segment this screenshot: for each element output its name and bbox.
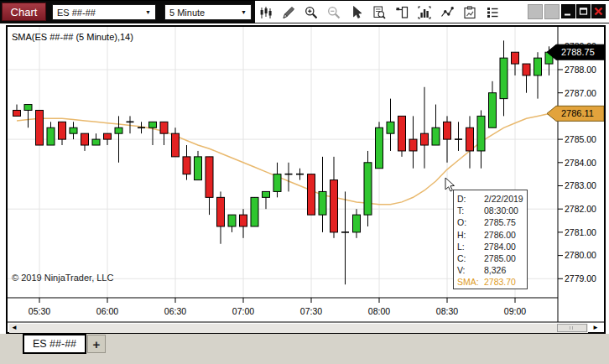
candle-body <box>160 122 168 133</box>
tooltip-row: V:8,326 <box>457 264 527 276</box>
candle-body <box>183 157 190 174</box>
app-title: Chart <box>2 3 46 21</box>
candle-body <box>228 215 236 226</box>
candle <box>195 151 202 180</box>
candle-body <box>319 191 326 215</box>
candle-body <box>81 133 89 145</box>
candle <box>183 145 190 180</box>
tooltip-row: O:2785.75 <box>457 216 527 228</box>
candle <box>353 209 361 238</box>
candle-body <box>70 127 77 133</box>
interval-dropdown[interactable]: 5 Minute ▼ <box>164 4 252 20</box>
tooltip-row-value: 2785.75 <box>484 216 527 228</box>
restore-button[interactable] <box>576 4 591 18</box>
chart-style-icon[interactable] <box>258 4 274 21</box>
candle <box>285 163 293 192</box>
candle-body <box>398 116 406 151</box>
horizontal-scrollbar-track[interactable] <box>9 324 588 333</box>
candle <box>263 191 270 209</box>
candle-body <box>409 139 417 151</box>
properties-icon[interactable] <box>484 4 501 21</box>
interval-value: 5 Minute <box>169 8 237 18</box>
tab-strip: ES ##-## + <box>0 334 609 364</box>
minimize-button[interactable] <box>561 4 575 18</box>
close-button[interactable] <box>591 4 606 18</box>
extra-button-1[interactable] <box>528 4 543 19</box>
chart-toolbar <box>258 3 501 22</box>
tooltip-row-value: 2783.70 <box>484 276 527 288</box>
candle <box>47 122 55 145</box>
candle-body <box>47 127 55 145</box>
candle <box>534 52 542 98</box>
zoom-out-icon[interactable] <box>325 4 342 21</box>
candle <box>489 81 497 127</box>
time-axis-label: 08:30 <box>436 306 458 316</box>
tooltip-row-label: O: <box>457 216 484 228</box>
candle-body <box>331 180 338 232</box>
svg-text:2788.75: 2788.75 <box>561 47 595 57</box>
candle <box>500 40 508 116</box>
time-axis-label: 08:00 <box>368 306 390 316</box>
indicator-label: SMA(ES ##-## (5 Minute),14) <box>12 32 133 42</box>
strategies-icon[interactable] <box>461 4 478 21</box>
chart-trader-icon[interactable] <box>393 4 410 21</box>
candle <box>217 191 225 243</box>
candle <box>160 122 168 145</box>
tooltip-row-value: 2786.00 <box>484 229 527 241</box>
candle-body <box>13 110 21 116</box>
cursor-icon[interactable] <box>348 4 365 21</box>
time-axis-label: 09:00 <box>504 306 526 316</box>
tooltip-row-label: H: <box>457 229 484 241</box>
copyright-text: © 2019 NinjaTrader, LLC <box>12 273 113 283</box>
indicators-icon[interactable] <box>439 4 455 21</box>
time-axis-label: 07:30 <box>300 306 322 316</box>
extra-button-2[interactable] <box>544 4 560 19</box>
candle-body <box>92 139 100 145</box>
candle-body <box>364 163 372 215</box>
tooltip-row-label: D: <box>457 193 484 205</box>
candle <box>104 133 112 145</box>
candle <box>240 209 247 238</box>
scrollbar-thumb[interactable] <box>557 324 587 332</box>
time-axis-label: 06:30 <box>164 306 186 316</box>
tooltip-row-label: T: <box>457 205 484 216</box>
zoom-in-icon[interactable] <box>303 4 320 21</box>
candle <box>70 122 77 139</box>
tab-instrument[interactable]: ES ##-## <box>23 334 86 354</box>
candle <box>92 133 100 145</box>
tooltip-row: C:2785.00 <box>457 252 527 264</box>
chart-frame: 2789.002788.002787.002786.002785.002784.… <box>6 25 606 334</box>
add-tab-button[interactable]: + <box>87 335 106 353</box>
candle-body <box>421 133 429 145</box>
instrument-dropdown[interactable]: ES ##-## ▼ <box>52 4 156 20</box>
candle-body <box>217 197 225 226</box>
candle-body <box>353 215 361 232</box>
scroll-right-arrow[interactable]: ► <box>592 322 599 334</box>
candle <box>13 105 21 117</box>
candle <box>398 116 406 156</box>
tooltip-row-label: C: <box>457 252 484 264</box>
price-axis-label: 2788.00 <box>565 65 596 75</box>
candle <box>296 169 304 180</box>
tooltip-row-label: L: <box>457 241 484 252</box>
candle-body <box>308 174 315 215</box>
tooltip-row-label: V: <box>457 264 484 276</box>
candle-body <box>206 157 213 197</box>
candle <box>172 127 180 157</box>
candle <box>308 174 315 215</box>
candle <box>36 110 44 145</box>
chart-window: Chart ES ##-## ▼ 5 Minute ▼ 2789.002788.… <box>0 0 609 364</box>
bar-type-icon[interactable] <box>416 4 433 21</box>
price-axis-label: 2783.00 <box>565 180 596 190</box>
candle-body <box>59 122 66 139</box>
candle-body <box>115 127 122 133</box>
candle-body <box>240 215 247 226</box>
svg-text:2786.11: 2786.11 <box>561 108 594 118</box>
candle <box>444 116 451 162</box>
tooltip-row-value: 08:30:00 <box>484 205 527 216</box>
scroll-left-arrow[interactable]: ◄ <box>11 322 18 334</box>
candle-body <box>273 174 281 192</box>
drawing-tools-icon[interactable] <box>280 4 297 21</box>
tooltip-row: H:2786.00 <box>457 229 527 241</box>
data-box-icon[interactable] <box>371 4 388 21</box>
